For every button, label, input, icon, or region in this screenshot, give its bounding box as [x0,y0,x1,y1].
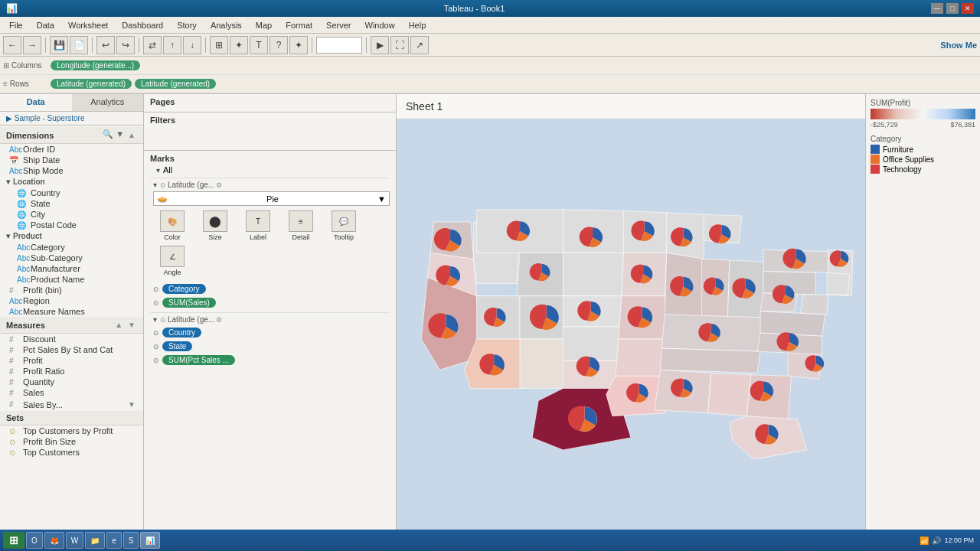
show-me-button[interactable]: Show Me [940,41,977,50]
taskbar-outlook[interactable]: O [26,532,43,549]
mark-size-btn[interactable]: ⬤ Size [196,210,234,241]
toolbar-undo[interactable]: ↩ [96,36,115,54]
tab-analytics[interactable]: Analytics [72,94,144,111]
field-city[interactable]: 🌐 City [0,209,143,220]
field-quantity[interactable]: # Quantity [0,377,143,387]
taskbar-skype[interactable]: S [123,532,139,549]
rows-pill-lat2[interactable]: Latitude (generated) [135,79,216,89]
taskbar-explorer[interactable]: 📁 [85,532,105,549]
data-source[interactable]: Sample - Superstore [0,112,143,126]
field-profit[interactable]: # Profit [0,355,143,366]
field-ship-date[interactable]: 📅 Ship Date [0,155,143,165]
field-pct-sales[interactable]: # Pct Sales By St and Cat [0,344,143,355]
field-ship-mode[interactable]: Abc Ship Mode [0,165,143,176]
menu-server[interactable]: Server [320,19,357,31]
map-container[interactable] [397,119,865,547]
toolbar-new[interactable]: 📄 [70,36,88,54]
dimensions-options-icon[interactable]: ▼ [116,129,124,141]
taskbar-word[interactable]: W [66,532,83,549]
marks-pill-category[interactable]: ⊙ Category [150,282,390,295]
menu-dashboard[interactable]: Dashboard [116,19,169,31]
menu-story[interactable]: Story [171,19,203,31]
field-profit-ratio[interactable]: # Profit Ratio [0,366,143,377]
lat2-settings-icon[interactable]: ⚙ [216,316,222,324]
field-profit-bin[interactable]: # Profit (bin) [0,285,143,295]
view-selector[interactable] [316,37,362,54]
close-button[interactable]: ✕ [962,3,974,14]
taskbar-ie[interactable]: e [106,532,122,549]
toolbar-fullscreen[interactable]: ⛶ [390,36,409,54]
toolbar-tooltip[interactable]: ? [270,36,288,54]
group-location[interactable]: Location [0,176,143,187]
toolbar-share[interactable]: ↗ [410,36,429,54]
mark-label-btn[interactable]: T Label [239,210,277,241]
menu-window[interactable]: Window [359,19,401,31]
field-sales-by[interactable]: # Sales By... ▼ [0,398,143,411]
toolbar-labels[interactable]: T [250,36,268,54]
field-measure-names[interactable]: Abc Measure Names [0,306,143,317]
field-category[interactable]: Abc Category [0,242,143,253]
sets-header: Sets [0,411,143,425]
mark-detail-btn[interactable]: ≡ Detail [282,210,320,241]
field-discount[interactable]: # Discount [0,334,143,344]
toolbar-back[interactable]: ← [3,36,21,54]
field-label: Product Name [31,275,84,284]
menu-analysis[interactable]: Analysis [204,19,248,31]
dimensions-search-icon[interactable]: 🔍 [103,129,113,141]
hash-icon3: # [9,346,20,354]
tab-data[interactable]: Data [0,94,72,111]
marks-type-dropdown[interactable]: 🥧 Pie ▼ [153,191,390,206]
menu-file[interactable]: File [3,19,29,31]
field-order-id[interactable]: Abc Order ID [0,144,143,155]
tray-network[interactable]: 📶 [920,536,929,545]
menu-help[interactable]: Help [403,19,433,31]
marks-pill-sum-sales[interactable]: ⊙ SUM(Sales) [150,296,390,309]
mark-tooltip-btn[interactable]: 💬 Tooltip [325,210,363,241]
scroll-down-icon[interactable]: ▼ [126,399,137,410]
tray-volume[interactable]: 🔊 [932,536,941,545]
toolbar-save[interactable]: 💾 [50,36,68,54]
marks-pill-state[interactable]: ⊙ State [150,340,390,353]
field-profit-bin-size[interactable]: ⊙ Profit Bin Size [0,436,143,447]
toolbar-sort-desc[interactable]: ↓ [183,36,201,54]
measures-scroll-down[interactable]: ▼ [126,319,137,331]
toolbar-swap[interactable]: ⇄ [143,36,162,54]
field-state[interactable]: 🌐 State [0,198,143,209]
toolbar-highlight[interactable]: ✦ [230,36,248,54]
field-region[interactable]: Abc Region [0,295,143,306]
marks-pill-pct-sales[interactable]: ⊙ SUM(Pct Sales ... [150,354,390,367]
toolbar-redo[interactable]: ↪ [116,36,135,54]
rows-pill-lat1[interactable]: Latitude (generated) [51,79,132,89]
toolbar-mark[interactable]: ✦ [289,36,308,54]
field-top-customers[interactable]: ⊙ Top Customers [0,447,143,458]
minimize-button[interactable]: — [931,3,943,14]
taskbar-firefox[interactable]: 🦊 [44,532,64,549]
field-postal-code[interactable]: 🌐 Postal Code [0,220,143,230]
start-button[interactable]: ⊞ [3,532,24,549]
field-sub-category[interactable]: Abc Sub-Category [0,253,143,263]
toolbar-present[interactable]: ▶ [371,36,389,54]
lat1-settings-icon[interactable]: ⚙ [216,181,222,189]
toolbar-fit[interactable]: ⊞ [210,36,228,54]
taskbar-tableau[interactable]: 📊 [140,532,160,549]
field-top-customers-profit[interactable]: ⊙ Top Customers by Profit [0,425,143,436]
mark-angle-btn[interactable]: ∠ Angle [153,246,191,276]
field-product-name[interactable]: Abc Product Name [0,274,143,285]
field-manufacturer[interactable]: Abc Manufacturer [0,263,143,274]
explorer-icon: 📁 [90,536,100,545]
field-country[interactable]: 🌐 Country [0,187,143,198]
measures-scroll-up[interactable]: ▲ [113,319,124,331]
field-sales[interactable]: # Sales [0,387,143,398]
maximize-button[interactable]: □ [946,3,959,14]
menu-worksheet[interactable]: Worksheet [62,19,114,31]
dimensions-scroll-up[interactable]: ▲ [126,129,137,141]
menu-format[interactable]: Format [279,19,318,31]
menu-data[interactable]: Data [31,19,60,31]
toolbar-sort-asc[interactable]: ↑ [163,36,181,54]
group-product[interactable]: Product [0,230,143,242]
mark-color-btn[interactable]: 🎨 Color [153,210,191,241]
columns-pill-longitude[interactable]: Longitude (generate...) [51,60,140,70]
marks-pill-country[interactable]: ⊙ Country [150,326,390,339]
menu-map[interactable]: Map [250,19,278,31]
toolbar-forward[interactable]: → [23,36,41,54]
